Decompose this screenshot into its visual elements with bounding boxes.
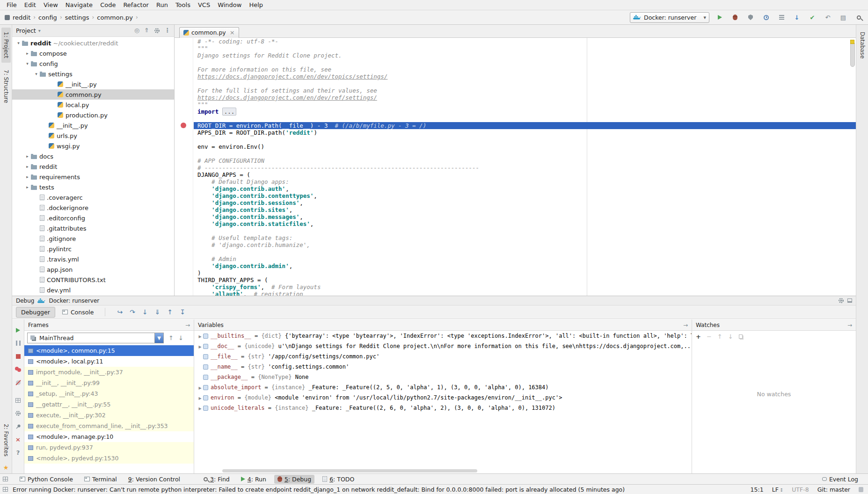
debug-tab-console[interactable]: Console [57,307,99,318]
tree-item-docs[interactable]: ▸docs [12,151,174,161]
highlighting-level-icon[interactable] [859,487,863,492]
breakpoint-icon[interactable] [181,123,186,128]
gear-icon[interactable] [838,298,844,304]
stack-frame[interactable]: run, pydevd.py:937 [24,442,194,453]
chevron-down-icon[interactable]: ▾ [24,61,31,66]
profiler-button[interactable] [761,13,771,22]
variable-row[interactable]: ▶__doc__ = {unicode} u'\nDjango settings… [194,341,692,351]
chevron-down-icon[interactable]: ▾ [33,72,40,76]
tree-item-requirements[interactable]: ▸requirements [12,172,174,182]
stack-frame[interactable]: <module>, local.py:11 [24,356,194,367]
editor-body[interactable]: # -*- coding: utf-8 -*-"""Django setting… [175,38,856,296]
help-button[interactable]: ? [13,447,24,458]
line-separator-indicator[interactable]: LF↕ [772,486,784,493]
chevron-right-icon[interactable]: ▸ [24,154,31,159]
tree-item-dockerignore[interactable]: .dockerignore [12,203,174,213]
variable-row[interactable]: ▶unicode_literals = {instance} _Feature:… [194,403,692,413]
mute-breakpoints-button[interactable] [13,377,24,388]
collapse-all-icon[interactable]: ⇑ [144,28,149,34]
variable-row[interactable]: ▶environ = {module} <module 'environ' fr… [194,392,692,403]
tree-item-settings[interactable]: ▾settings [12,69,174,79]
run-to-cursor-icon[interactable]: ↧ [180,309,185,315]
menu-view[interactable]: View [40,0,62,9]
search-everywhere-button[interactable] [854,13,863,22]
update-project-button[interactable]: ↓ [792,13,802,22]
tree-item-reddit[interactable]: ▾reddit ~/cookiecutter/reddit [12,38,174,48]
chevron-right-icon[interactable]: ▸ [24,174,31,179]
show-execution-point-icon[interactable]: ↪ [117,309,123,315]
menu-run[interactable]: Run [153,0,172,9]
move-watch-up-icon[interactable]: ↑ [717,334,722,340]
tree-item-compose[interactable]: ▸compose [12,48,174,58]
tree-item-wsgi-py[interactable]: wsgi.py [12,141,174,151]
tree-item-travis-yml[interactable]: .travis.yml [12,254,174,264]
step-into-icon[interactable]: ↓ [142,309,148,315]
project-settings-icon[interactable] [154,28,160,34]
tree-item-dev-yml[interactable]: dev.yml [12,285,174,295]
tree-item-config[interactable]: ▾config [12,58,174,69]
tool-stripe-project[interactable]: 1: Project [1,28,11,63]
menu-help[interactable]: Help [245,0,267,9]
previous-frame-button[interactable]: ↑ [168,335,174,341]
stack-frame[interactable]: <module>, manage.py:10 [24,431,194,442]
variable-row[interactable]: ▶absolute_import = {instance} _Feature: … [194,382,692,392]
chevron-right-icon[interactable]: ▸ [24,51,31,56]
menu-vcs[interactable]: VCS [194,0,214,9]
menu-code[interactable]: Code [96,0,119,9]
caret-position[interactable]: 15:1 [751,486,764,493]
tool-windows-icon[interactable] [3,487,8,492]
tree-item-gitignore[interactable]: .gitignore [12,233,174,244]
vcs-branch[interactable]: Git: master [817,486,850,493]
stop-button[interactable] [13,350,24,362]
compare-button[interactable]: ▤ [839,13,848,22]
breadcrumb-reddit[interactable]: reddit [12,14,31,22]
stack-frame[interactable]: import_module, __init__.py:37 [24,367,194,378]
chevron-down-icon[interactable]: ▾ [15,41,22,45]
step-over-icon[interactable]: ↷ [130,309,135,315]
tool-tab-event-log[interactable]: Event Log [819,475,861,484]
remove-watch-icon[interactable]: − [707,334,712,340]
restore-watches-icon[interactable]: → [847,322,852,328]
variable-row[interactable]: ▶__builtins__ = {dict} {'bytearray': <ty… [194,331,692,341]
expand-arrow-icon[interactable]: ▶ [197,383,203,392]
tree-item-pylintrc[interactable]: .pylintrc [12,244,174,254]
pause-program-button[interactable] [13,337,24,349]
editor-gutter[interactable] [175,38,193,296]
tool-tab-5-debug[interactable]: 5: Debug [274,475,314,484]
menu-edit[interactable]: Edit [21,0,40,9]
status-message[interactable]: Error running Docker: runserver: Can't r… [13,486,625,493]
restore-frames-icon[interactable]: → [185,322,190,328]
debug-button[interactable] [730,13,740,22]
resume-program-button[interactable] [13,324,24,336]
chevron-down-icon[interactable]: ▾ [38,29,41,33]
tree-item-common-py[interactable]: common.py [12,89,174,100]
breadcrumb-config[interactable]: config [37,14,58,22]
edit-configurations-button[interactable] [777,13,786,22]
expand-arrow-icon[interactable]: ▶ [197,393,203,403]
tree-item-urls-py[interactable]: urls.py [12,131,174,141]
hide-panel-icon[interactable] [847,298,852,303]
editor-tab-common-py[interactable]: common.py × [179,27,239,38]
duplicate-watch-icon[interactable] [739,334,743,339]
variables-hscrollbar[interactable] [222,469,477,472]
variable-row[interactable]: __name__ = {str} 'config.settings.common… [194,362,692,372]
breadcrumb-settings[interactable]: settings [64,14,90,22]
move-watch-down-icon[interactable]: ↓ [728,334,733,340]
stack-frame[interactable]: execute_from_command_line, __init__.py:3… [24,421,194,431]
thread-selector[interactable]: MainThread ▼ [27,333,164,343]
tree-item-init-py[interactable]: __init__.py [12,79,174,89]
variable-row[interactable]: __package__ = {NoneType} None [194,372,692,382]
step-out-icon[interactable]: ↑ [167,309,173,315]
hide-panel-icon[interactable]: ⋮ [165,28,171,34]
expand-arrow-icon[interactable]: ▶ [197,342,203,351]
tool-tab-4-run[interactable]: 4: Run [238,475,270,484]
add-watch-icon[interactable]: + [696,334,701,340]
force-step-into-icon[interactable]: ⇓ [155,309,160,315]
tree-item-editorconfig[interactable]: .editorconfig [12,213,174,223]
scrollbar-thumb[interactable] [850,42,855,67]
run-with-coverage-button[interactable] [746,13,755,22]
tree-item-init-py[interactable]: __init__.py [12,120,174,131]
stack-frame[interactable]: <module>, pydevd.py:1530 [24,453,194,464]
tree-item-local-py[interactable]: local.py [12,100,174,110]
file-encoding[interactable]: UTF-8 [792,486,809,493]
